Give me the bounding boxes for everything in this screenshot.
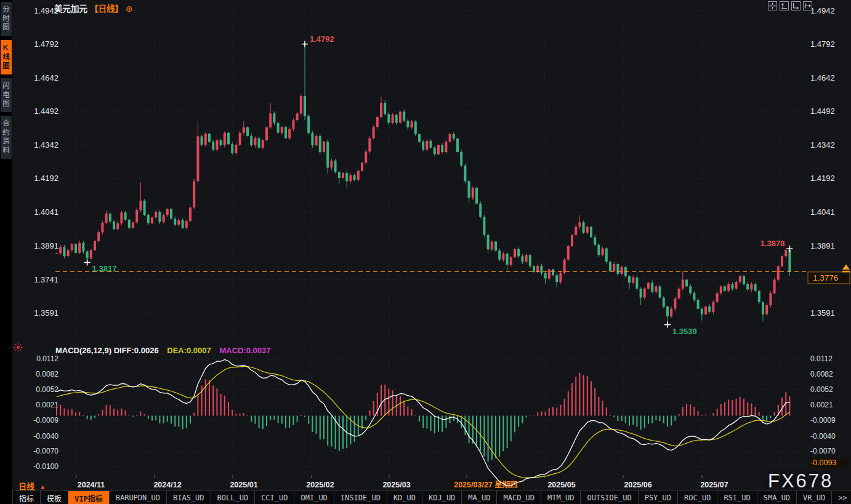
- period-selector-label[interactable]: 日线: [18, 482, 34, 491]
- svg-text:1.4192: 1.4192: [34, 174, 58, 183]
- svg-text:-0.0070: -0.0070: [810, 447, 836, 455]
- svg-text:1.4342: 1.4342: [34, 140, 58, 150]
- svg-text:0.0082: 0.0082: [36, 370, 58, 378]
- svg-text:1.4342: 1.4342: [810, 140, 835, 150]
- x-axis-scale-icon[interactable]: [791, 1, 801, 10]
- bottom-tab[interactable]: VIP指标: [68, 491, 110, 504]
- svg-text:1.4492: 1.4492: [810, 106, 835, 116]
- candlestick-macd-chart[interactable]: 1.49421.49421.47921.47921.46421.46421.44…: [0, 0, 851, 504]
- symbol-title: 美元加元: [54, 4, 87, 14]
- svg-text:1.4041: 1.4041: [34, 207, 58, 217]
- svg-text:2025/02: 2025/02: [306, 481, 334, 489]
- svg-text:1.3878: 1.3878: [760, 239, 785, 248]
- fx678-watermark: FX678: [768, 470, 833, 492]
- svg-text:1.4192: 1.4192: [810, 174, 835, 183]
- macd-macd-value: MACD:0.0037: [219, 346, 270, 355]
- macd-indicator-header: MACD(26,12,9) DIFF:0.0026 DEA:0.0007 MAC…: [55, 346, 271, 355]
- bottom-tab[interactable]: INSIDE_UD: [334, 491, 387, 504]
- macd-formula-diff-value: MACD(26,12,9) DIFF:0.0026: [55, 346, 159, 355]
- bottom-tab[interactable]: BIAS_UD: [167, 491, 211, 504]
- svg-text:1.4492: 1.4492: [34, 106, 58, 116]
- bottom-tab[interactable]: SMA_UD: [757, 491, 797, 504]
- chart-toolbar: [768, 1, 812, 10]
- svg-text:0.0052: 0.0052: [810, 385, 833, 394]
- chart-header: 美元加元【日线】⊕: [54, 2, 132, 14]
- y-axis-scale-icon[interactable]: [780, 1, 789, 10]
- svg-text:1.4642: 1.4642: [810, 73, 835, 82]
- bottom-tab[interactable]: >>: [832, 491, 851, 504]
- svg-text:-0.0093: -0.0093: [810, 458, 836, 467]
- bottom-tab[interactable]: CCI_UD: [255, 491, 294, 504]
- svg-text:1.4792: 1.4792: [34, 39, 58, 49]
- bottom-tab[interactable]: KD_UD: [387, 491, 422, 504]
- svg-text:-0.0040: -0.0040: [33, 432, 58, 441]
- svg-text:1.4792: 1.4792: [310, 34, 334, 44]
- svg-text:-0.0040: -0.0040: [810, 432, 836, 441]
- chevron-up-icon: ▲: [39, 483, 46, 490]
- svg-text:1.4942: 1.4942: [810, 6, 835, 15]
- period-tag: 【日线】: [90, 4, 123, 14]
- svg-text:-0.0100: -0.0100: [33, 462, 58, 471]
- svg-text:2025/05: 2025/05: [547, 481, 575, 489]
- svg-text:1.3539: 1.3539: [672, 327, 697, 336]
- svg-text:1.3891: 1.3891: [34, 241, 58, 250]
- bottom-tab[interactable]: KDJ_UD: [422, 491, 462, 504]
- bottom-tab[interactable]: MA_UD: [462, 491, 497, 504]
- svg-text:2024/11: 2024/11: [78, 481, 105, 489]
- macd-dea-value: DEA:0.0007: [167, 346, 211, 355]
- svg-text:-0.0070: -0.0070: [33, 447, 58, 455]
- bottom-tab[interactable]: MACD_UD: [497, 491, 541, 504]
- svg-text:2024/12: 2024/12: [153, 481, 181, 489]
- bottom-tab[interactable]: BARUPDN_UD: [110, 491, 167, 504]
- svg-text:1.3591: 1.3591: [810, 308, 835, 318]
- svg-text:1.4041: 1.4041: [810, 207, 835, 217]
- svg-text:1.3891: 1.3891: [810, 241, 835, 250]
- svg-text:2025/03/27 星期四: 2025/03/27 星期四: [454, 480, 518, 489]
- svg-text:2025/03: 2025/03: [382, 481, 410, 489]
- svg-text:0.0112: 0.0112: [36, 354, 58, 363]
- macd-settings-icon[interactable]: [13, 342, 23, 355]
- svg-text:1.4792: 1.4792: [810, 39, 835, 49]
- bottom-tab[interactable]: BOLL_UD: [211, 491, 256, 504]
- sidebar-item[interactable]: K线图: [1, 40, 12, 74]
- bottom-tab[interactable]: 模板: [41, 491, 68, 504]
- bottom-tab[interactable]: ROC_UD: [678, 491, 717, 504]
- add-indicator-icon[interactable]: ⊕: [126, 4, 132, 14]
- svg-text:2025/06: 2025/06: [624, 481, 651, 489]
- bottom-tab[interactable]: MTM_UD: [541, 491, 581, 504]
- svg-text:1.4642: 1.4642: [34, 73, 58, 82]
- bottom-tab[interactable]: OUTSIDE_UD: [581, 491, 638, 504]
- svg-text:-0.0009: -0.0009: [810, 416, 836, 425]
- sidebar-item[interactable]: 合约资料: [1, 116, 12, 159]
- bottom-tab[interactable]: PSY_UD: [639, 491, 678, 504]
- bottom-tab[interactable]: RSI_UD: [717, 491, 757, 504]
- crosshair-icon[interactable]: [768, 1, 777, 10]
- sidebar-item[interactable]: 闪电图: [1, 78, 12, 113]
- bottom-tab[interactable]: DMI_UD: [294, 491, 334, 504]
- pan-right-icon[interactable]: [803, 1, 812, 10]
- svg-text:1.3817: 1.3817: [92, 264, 117, 273]
- sidebar-item[interactable]: 分时图: [1, 2, 12, 36]
- bottom-tab[interactable]: 指标: [12, 491, 41, 504]
- svg-text:0.0112: 0.0112: [810, 354, 833, 363]
- svg-text:2025/07: 2025/07: [700, 481, 728, 489]
- svg-text:0.0052: 0.0052: [36, 385, 58, 394]
- svg-text:0.0021: 0.0021: [36, 401, 58, 409]
- bottom-tab[interactable]: VR_UD: [797, 491, 832, 504]
- svg-text:1.3591: 1.3591: [34, 308, 58, 318]
- svg-text:0.0082: 0.0082: [810, 370, 833, 378]
- svg-text:0.0021: 0.0021: [810, 401, 833, 409]
- indicator-tab-bar: 指标模板VIP指标BARUPDN_UDBIAS_UDBOLL_UDCCI_UDD…: [12, 490, 851, 504]
- svg-text:1.3776: 1.3776: [813, 273, 838, 282]
- svg-text:2025/01: 2025/01: [230, 481, 257, 489]
- svg-text:1.3741: 1.3741: [34, 275, 58, 284]
- svg-text:-0.0009: -0.0009: [33, 416, 58, 425]
- chart-type-sidebar: 分时图K线图闪电图合约资料: [0, 0, 12, 504]
